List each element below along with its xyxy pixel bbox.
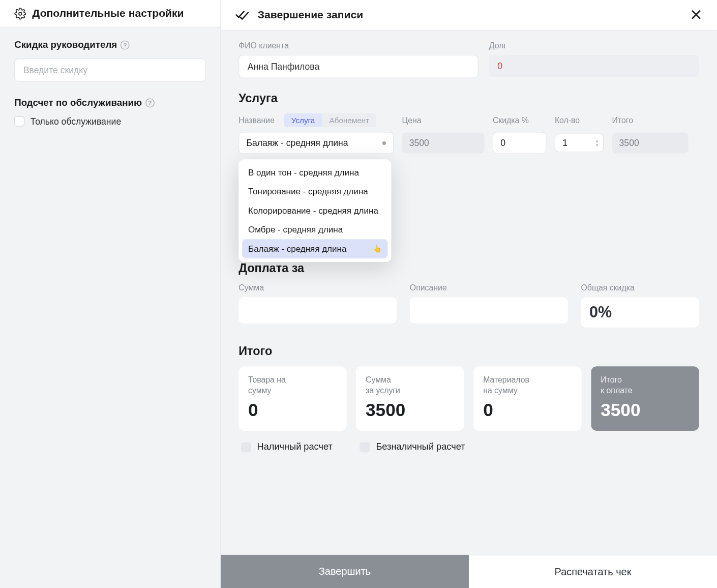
client-name-input[interactable] <box>238 55 479 78</box>
dropdown-item[interactable]: Омбре - средняя длина <box>242 220 387 240</box>
surcharge-amount-input[interactable] <box>238 297 397 324</box>
tab-subscription[interactable]: Абонемент <box>322 113 376 127</box>
service-name-label: Название <box>238 116 275 125</box>
payment-noncash-option[interactable]: Безналичный расчет <box>360 442 465 453</box>
discount-label: Скидка % <box>493 116 547 125</box>
stepper-icon[interactable] <box>596 140 599 146</box>
service-price-readonly: 3500 <box>402 132 485 153</box>
dropdown-item[interactable]: Тонирование - средняя длина <box>242 182 387 201</box>
total-due-card: Итого к оплате 3500 <box>591 366 699 431</box>
help-icon[interactable]: ? <box>121 40 130 49</box>
gear-icon <box>14 8 26 19</box>
total-services-card: Сумма за услуги 3500 <box>356 366 464 431</box>
total-discount-label: Общая скидка <box>581 283 699 292</box>
dot-icon <box>382 141 386 144</box>
service-dropdown: В один тон - средняя длина Тонирование -… <box>238 159 391 262</box>
service-total-readonly: 3500 <box>612 132 688 153</box>
main-panel: Завершение записи ✕ ФИО клиента Долг 0 У… <box>221 0 717 588</box>
checkbox-icon[interactable] <box>241 442 251 452</box>
sidebar-title: Дополнительные настройки <box>32 7 184 20</box>
checkbox-icon[interactable] <box>14 116 24 127</box>
cursor-icon: 👆 <box>373 245 382 253</box>
total-goods-card: Товара на сумму 0 <box>238 366 346 431</box>
payment-cash-option[interactable]: Наличный расчет <box>241 442 333 453</box>
total-materials-card: Материалов на сумму 0 <box>473 366 581 431</box>
sidebar-header: Дополнительные настройки <box>0 0 220 27</box>
dropdown-item[interactable]: В один тон - средняя длина <box>242 163 387 182</box>
double-check-icon <box>235 10 249 20</box>
complete-button[interactable]: Завершить <box>221 555 469 588</box>
page-title: Завершение записи <box>258 9 363 21</box>
service-section-title: Услуга <box>238 91 699 105</box>
surcharge-amount-label: Сумма <box>238 283 397 292</box>
discount-section-title: Скидка руководителя ? <box>14 39 206 50</box>
qty-label: Кол-во <box>555 116 604 125</box>
dropdown-item[interactable]: Колорирование - средняя длина <box>242 201 387 220</box>
service-name-input[interactable]: Балаяж - средняя длина <box>238 132 394 154</box>
main-header: Завершение записи ✕ <box>221 0 717 31</box>
debt-value: 0 <box>489 55 699 77</box>
tab-service[interactable]: Услуга <box>284 113 322 127</box>
totals-section-title: Итого <box>238 344 699 358</box>
help-icon[interactable]: ? <box>145 98 155 107</box>
sidebar: Дополнительные настройки Скидка руководи… <box>0 0 221 588</box>
manager-discount-input[interactable] <box>14 58 206 82</box>
total-label: Итого <box>612 116 688 125</box>
checkbox-icon[interactable] <box>360 442 370 452</box>
svg-point-0 <box>19 12 22 15</box>
surcharge-desc-input[interactable] <box>410 297 568 324</box>
only-service-checkbox-row[interactable]: Только обслуживание <box>14 116 206 127</box>
client-name-label: ФИО клиента <box>238 41 479 50</box>
debt-label: Долг <box>489 41 699 50</box>
service-qty-input[interactable]: 1 <box>555 134 604 152</box>
close-icon[interactable]: ✕ <box>690 7 703 22</box>
only-service-label: Только обслуживание <box>31 116 121 127</box>
print-button[interactable]: Распечатать чек <box>469 555 717 588</box>
dropdown-item-highlighted[interactable]: Балаяж - средняя длина 👆 <box>242 239 387 258</box>
total-discount-value: 0% <box>581 297 699 328</box>
footer: Завершить Распечатать чек <box>221 555 717 588</box>
service-discount-input[interactable]: 0 <box>493 132 547 154</box>
surcharge-desc-label: Описание <box>410 283 568 292</box>
price-label: Цена <box>402 116 485 125</box>
surcharge-section-title: Доплата за <box>238 261 699 275</box>
service-calc-section-title: Подсчет по обслуживанию ? <box>14 97 206 108</box>
